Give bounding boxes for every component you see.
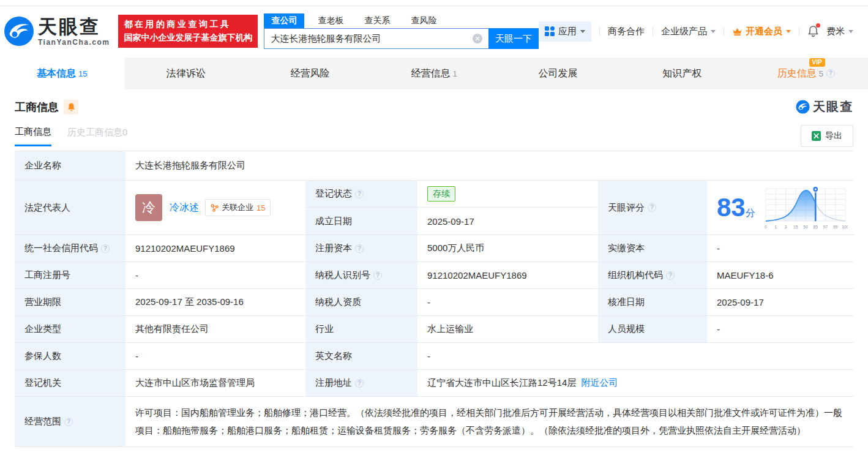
export-button[interactable]: 导出 xyxy=(801,125,853,147)
tab-operating-info[interactable]: 经营信息 1 xyxy=(372,58,496,89)
subtab-business-info[interactable]: 工商信息 xyxy=(15,126,51,146)
staff-size-value: - xyxy=(707,316,853,343)
taxpayer-qualification-label: 纳税人资质 xyxy=(304,289,417,316)
insured-count-value: - xyxy=(125,343,304,370)
approval-date-label: 核准日期 xyxy=(597,289,707,316)
tab-basic-info[interactable]: 基本信息 15 xyxy=(0,58,124,89)
registration-authority-label: 登记机关 xyxy=(15,370,125,397)
tab-count: 1 xyxy=(452,69,457,78)
top-divider xyxy=(0,0,868,6)
help-icon[interactable]: ? xyxy=(355,379,364,388)
reg-status-cell: 存续 xyxy=(417,181,597,208)
tab-label: 基本信息 xyxy=(37,67,76,80)
divider xyxy=(653,27,653,36)
divider xyxy=(724,27,724,36)
watermark-logo: 天眼查 xyxy=(796,99,853,115)
paidin-capital-label: 实缴资本 xyxy=(597,235,707,262)
registered-address-value: 辽宁省大连市中山区长江路12号14层 xyxy=(427,377,576,389)
english-name-label: 英文名称 xyxy=(304,343,417,370)
tianyancha-logo[interactable]: 天眼查 TianYanCha.com xyxy=(4,16,110,47)
svg-text:1: 1 xyxy=(774,225,777,229)
help-icon[interactable]: ? xyxy=(101,244,110,253)
table-row: 企业类型 其他有限责任公司 行业 水上运输业 人员规模 - xyxy=(15,316,853,343)
search-tab-boss[interactable]: 查老板 xyxy=(310,13,351,28)
svg-text:50: 50 xyxy=(803,225,808,229)
help-icon[interactable]: ? xyxy=(64,418,73,426)
legal-rep-label: 法定代表人 xyxy=(15,181,125,235)
svg-text:15: 15 xyxy=(793,225,798,229)
svg-text:85: 85 xyxy=(813,225,818,229)
subtab-history-business-info[interactable]: 历史工商信息0 xyxy=(67,127,127,145)
tab-intellectual-property[interactable]: 知识产权 xyxy=(620,58,744,89)
tianyancha-logo-icon xyxy=(4,16,34,47)
legal-rep-avatar[interactable]: 冷 xyxy=(135,194,162,221)
search-tab-relation[interactable]: 查关系 xyxy=(357,13,397,28)
tab-label: 经营风险 xyxy=(290,67,329,80)
help-icon[interactable]: ? xyxy=(666,271,675,280)
network-icon xyxy=(211,204,219,212)
clear-search-icon[interactable]: ✕ xyxy=(473,34,482,43)
related-label: 关联企业 xyxy=(222,202,253,213)
company-name-label: 企业名称 xyxy=(15,151,125,181)
tab-operating-risk[interactable]: 经营风险 xyxy=(248,58,372,89)
export-label: 导出 xyxy=(825,130,842,141)
related-companies-badge[interactable]: 关联企业 15 xyxy=(205,199,271,216)
taxpayer-id-value: 91210202MAEUFY1869 xyxy=(417,262,597,289)
help-icon[interactable]: ? xyxy=(826,69,835,78)
header-nav: 应用 商务合作 企业级产品 开通会员 xyxy=(539,21,853,42)
org-code-value: MAEUFY18-6 xyxy=(707,262,853,289)
user-menu[interactable]: 费米 xyxy=(826,26,853,37)
divider xyxy=(799,27,799,36)
business-cooperation-link[interactable]: 商务合作 xyxy=(608,26,645,37)
tab-company-development[interactable]: 公司发展 xyxy=(496,58,620,89)
industry-label: 行业 xyxy=(304,316,417,343)
brand-name: 天眼查 xyxy=(38,17,110,36)
registered-capital-value: 5000万人民币 xyxy=(417,235,597,262)
monitor-bell-icon[interactable] xyxy=(64,100,78,115)
tianyan-score-cell[interactable]: 83 分 0131550859799100 xyxy=(707,181,854,235)
help-icon[interactable]: ? xyxy=(648,203,656,212)
company-name-value: 大连长港拖轮服务有限公司 xyxy=(125,151,853,181)
business-scope-value: 许可项目：国内船舶管理业务；船舶修理；港口经营。（依法须经批准的项目，经相关部门… xyxy=(125,397,853,447)
tab-label: 法律诉讼 xyxy=(166,67,206,80)
score-distribution-chart: 0131550859799100 xyxy=(764,184,848,232)
help-icon[interactable]: ? xyxy=(373,271,382,280)
tab-history-info[interactable]: 历史信息 VIP 5 ? xyxy=(744,58,868,89)
nearby-companies-link[interactable]: 附近公司 xyxy=(581,377,618,389)
chevron-down-icon xyxy=(786,30,791,33)
tab-label: 历史信息 xyxy=(777,68,817,78)
reg-status-label: 登记状态? xyxy=(304,181,417,208)
legal-rep-link[interactable]: 冷冰述 xyxy=(170,201,199,214)
search-button[interactable]: 天眼一下 xyxy=(488,28,539,49)
tab-count: 5 xyxy=(819,69,823,78)
help-icon[interactable]: ? xyxy=(355,190,364,198)
table-row: 企业名称 大连长港拖轮服务有限公司 xyxy=(15,151,853,181)
slogan-line2: 国家中小企业发展子基金旗下机构 xyxy=(124,31,252,45)
establish-date-value: 2025-09-17 xyxy=(417,208,597,235)
notification-bell-icon[interactable] xyxy=(807,25,819,37)
score-unit: 分 xyxy=(746,207,755,220)
help-icon[interactable]: ? xyxy=(355,244,364,253)
svg-text:97: 97 xyxy=(823,225,828,229)
search-input[interactable] xyxy=(264,28,488,49)
site-header: 天眼查 TianYanCha.com 都在用的商业查询工具 国家中小企业发展子基… xyxy=(0,6,868,58)
legal-rep-cell: 冷 冷冰述 关联企业 15 xyxy=(125,181,304,235)
vip-upgrade-menu[interactable]: 开通会员 xyxy=(732,26,791,37)
table-row: 法定代表人 冷 冷冰述 关联企业 15 xyxy=(15,181,853,235)
apps-menu[interactable]: 应用 xyxy=(539,21,591,42)
status-badge: 存续 xyxy=(427,186,455,202)
registered-address-cell: 辽宁省大连市中山区长江路12号14层 附近公司 xyxy=(417,370,853,397)
table-row: 参保人数 - 英文名称 - xyxy=(15,343,853,370)
tab-legal-litigation[interactable]: 法律诉讼 xyxy=(124,58,249,89)
slogan-line1: 都在用的商业查询工具 xyxy=(124,18,252,31)
english-name-value: - xyxy=(417,343,853,370)
chevron-down-icon xyxy=(580,30,585,33)
table-row: 经营范围? 许可项目：国内船舶管理业务；船舶修理；港口经营。（依法须经批准的项目… xyxy=(15,397,853,447)
search-tab-risk[interactable]: 查风险 xyxy=(403,13,444,28)
enterprise-product-menu[interactable]: 企业级产品 xyxy=(661,26,716,37)
svg-text:3: 3 xyxy=(784,225,787,229)
table-row: 营业期限 2025-09-17 至 2035-09-16 纳税人资质 - 核准日… xyxy=(15,289,853,316)
business-scope-label: 经营范围? xyxy=(15,397,125,447)
search-tab-company[interactable]: 查公司 xyxy=(264,13,304,28)
svg-text:100: 100 xyxy=(842,225,848,229)
